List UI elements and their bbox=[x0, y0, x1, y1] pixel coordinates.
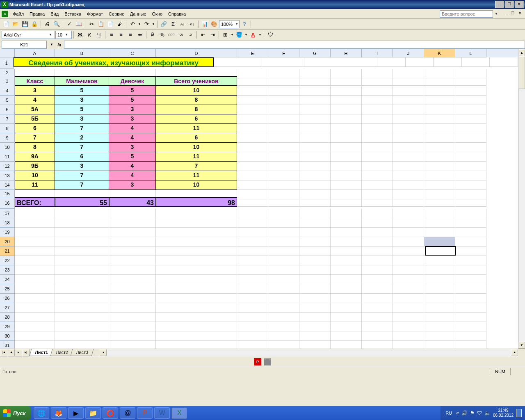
decrease-decimal-icon[interactable]: .0 bbox=[186, 30, 195, 39]
cell[interactable] bbox=[455, 114, 486, 124]
cell[interactable] bbox=[331, 313, 362, 322]
cell[interactable]: 4 bbox=[109, 133, 156, 143]
cell[interactable] bbox=[362, 96, 393, 105]
cell[interactable] bbox=[237, 143, 268, 152]
cell[interactable] bbox=[455, 86, 486, 96]
print-preview-icon[interactable]: 🔍 bbox=[52, 20, 61, 29]
cell[interactable] bbox=[156, 331, 237, 341]
permission-icon[interactable]: 🔒 bbox=[30, 20, 39, 29]
cell[interactable] bbox=[55, 228, 109, 237]
cell[interactable] bbox=[393, 114, 424, 124]
row-header[interactable]: 22 bbox=[0, 256, 15, 265]
cell[interactable]: 3 bbox=[55, 96, 109, 105]
cell[interactable]: 5 bbox=[109, 152, 156, 162]
col-header-e[interactable]: E bbox=[237, 49, 268, 57]
formula-input[interactable] bbox=[64, 41, 525, 49]
cell[interactable] bbox=[393, 228, 424, 237]
cell[interactable] bbox=[15, 284, 55, 294]
cell[interactable] bbox=[109, 209, 156, 218]
cell[interactable] bbox=[299, 313, 331, 322]
cell[interactable]: 6 bbox=[15, 124, 55, 133]
cell[interactable] bbox=[268, 180, 299, 190]
row-header[interactable]: 30 bbox=[0, 331, 15, 341]
cell[interactable] bbox=[15, 228, 55, 237]
cell[interactable] bbox=[455, 247, 486, 256]
cell[interactable] bbox=[362, 124, 393, 133]
cell[interactable] bbox=[268, 105, 299, 114]
cell[interactable] bbox=[393, 124, 424, 133]
cell[interactable] bbox=[268, 209, 299, 218]
task-ie-icon[interactable]: 🌐 bbox=[34, 407, 49, 419]
cell[interactable] bbox=[362, 143, 393, 152]
cell[interactable] bbox=[424, 209, 455, 218]
cell[interactable] bbox=[362, 303, 393, 313]
menu-tools[interactable]: Сервис bbox=[106, 10, 127, 18]
cell[interactable] bbox=[15, 256, 55, 265]
decrease-indent-icon[interactable]: ⇤ bbox=[199, 30, 208, 39]
cell[interactable] bbox=[424, 237, 455, 247]
cell[interactable] bbox=[109, 218, 156, 228]
cell[interactable]: Сведения об учениках, изучающих информат… bbox=[14, 57, 214, 67]
redo-icon[interactable]: ↷ bbox=[142, 20, 151, 29]
cell[interactable] bbox=[331, 218, 362, 228]
cell[interactable] bbox=[268, 313, 299, 322]
cell[interactable] bbox=[268, 265, 299, 275]
cell[interactable]: 5А bbox=[15, 105, 55, 114]
font-color-dropdown-icon[interactable]: ▼ bbox=[258, 30, 262, 39]
cell[interactable] bbox=[377, 57, 406, 67]
cell[interactable] bbox=[362, 275, 393, 284]
col-header-i[interactable]: I bbox=[362, 49, 393, 57]
cell[interactable] bbox=[424, 162, 455, 171]
cell[interactable]: 43 bbox=[109, 197, 156, 207]
row-header[interactable]: 6 bbox=[0, 105, 15, 114]
cell[interactable] bbox=[156, 294, 237, 303]
row-header[interactable]: 31 bbox=[0, 341, 15, 349]
cell[interactable] bbox=[237, 322, 268, 331]
cell[interactable] bbox=[362, 284, 393, 294]
copy-icon[interactable]: 📋 bbox=[96, 20, 105, 29]
row-header[interactable]: 28 bbox=[0, 313, 15, 322]
row-header[interactable]: 9 bbox=[0, 133, 15, 143]
cell[interactable] bbox=[424, 322, 455, 331]
col-header-j[interactable]: J bbox=[393, 49, 424, 57]
percent-icon[interactable]: % bbox=[158, 30, 167, 39]
cell[interactable] bbox=[237, 313, 268, 322]
cell[interactable] bbox=[15, 313, 55, 322]
cell[interactable]: 11 bbox=[15, 180, 55, 190]
cell[interactable] bbox=[55, 341, 109, 349]
cell[interactable]: 5Б bbox=[15, 114, 55, 124]
task-excel-icon[interactable]: X bbox=[171, 407, 187, 419]
cell[interactable] bbox=[299, 114, 331, 124]
row-header[interactable]: 11 bbox=[0, 152, 15, 162]
cell[interactable] bbox=[455, 171, 486, 180]
cell[interactable]: 5 bbox=[55, 105, 109, 114]
cell[interactable] bbox=[362, 256, 393, 265]
cell[interactable] bbox=[299, 303, 331, 313]
cell[interactable] bbox=[393, 76, 424, 86]
row-header[interactable]: 8 bbox=[0, 124, 15, 133]
cell[interactable]: 11 bbox=[156, 124, 237, 133]
cell[interactable] bbox=[362, 133, 393, 143]
cell[interactable] bbox=[393, 256, 424, 265]
font-combo[interactable]: Arial Cyr▼ bbox=[2, 31, 55, 39]
cell[interactable] bbox=[268, 197, 299, 207]
cell[interactable] bbox=[393, 180, 424, 190]
cell[interactable] bbox=[156, 313, 237, 322]
cell[interactable]: 3 bbox=[109, 114, 156, 124]
cell[interactable] bbox=[268, 114, 299, 124]
scroll-up-icon[interactable]: ▲ bbox=[518, 49, 525, 56]
cell[interactable] bbox=[331, 96, 362, 105]
cell[interactable] bbox=[393, 162, 424, 171]
sheet-tab-2[interactable]: Лист2 bbox=[50, 349, 74, 356]
cell[interactable] bbox=[268, 247, 299, 256]
cell[interactable]: 3 bbox=[109, 180, 156, 190]
cell[interactable] bbox=[455, 265, 486, 275]
cell[interactable] bbox=[362, 341, 393, 349]
cell[interactable] bbox=[156, 256, 237, 265]
cell[interactable]: 3 bbox=[55, 162, 109, 171]
cell[interactable] bbox=[237, 228, 268, 237]
cell[interactable] bbox=[331, 133, 362, 143]
cell[interactable] bbox=[237, 331, 268, 341]
cell[interactable] bbox=[393, 341, 424, 349]
cell[interactable] bbox=[299, 265, 331, 275]
